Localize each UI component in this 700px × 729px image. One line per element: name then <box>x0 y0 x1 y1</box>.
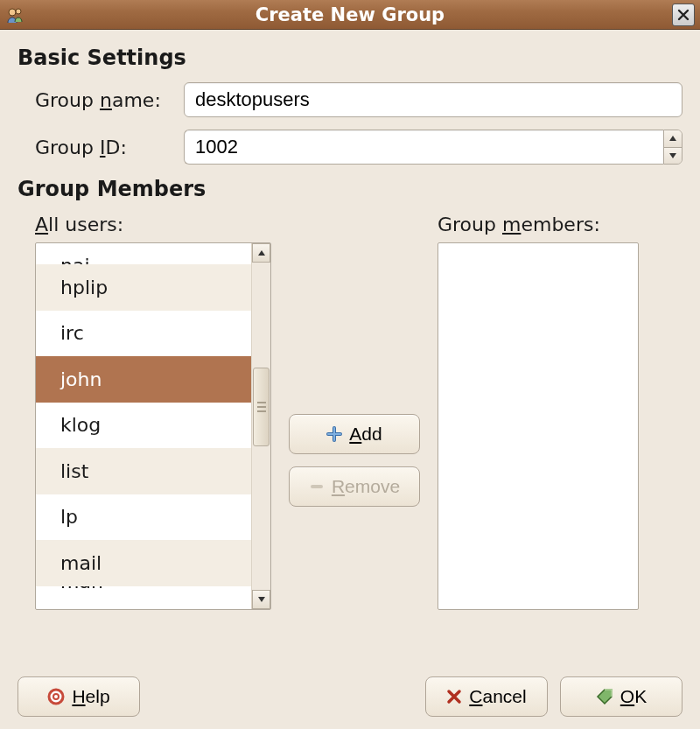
ok-icon <box>596 688 613 705</box>
list-item-label: mail <box>60 552 102 574</box>
triangle-up-icon <box>258 250 265 256</box>
list-item[interactable]: irc <box>36 311 251 357</box>
all-users-scrollbar <box>251 243 270 609</box>
svg-point-1 <box>16 9 21 14</box>
row-group-name: Group name: <box>35 82 682 117</box>
label-group-name: Group name: <box>35 89 184 111</box>
window-title: Create New Group <box>0 4 700 25</box>
cancel-button[interactable]: Cancel <box>425 676 548 717</box>
label-group-members: Group members: <box>438 214 639 235</box>
list-item[interactable]: hplip <box>36 264 251 311</box>
svg-point-0 <box>9 9 16 16</box>
scroll-up-button[interactable] <box>252 243 270 263</box>
list-item[interactable]: mail <box>36 540 251 586</box>
triangle-up-icon <box>669 136 676 141</box>
minus-icon <box>309 479 325 494</box>
group-id-down-button[interactable] <box>664 148 682 165</box>
plus-icon <box>326 426 342 442</box>
list-item-label: lp <box>60 506 78 528</box>
app-users-icon <box>5 5 24 25</box>
list-item-label: klog <box>60 414 101 436</box>
list-item-label: irc <box>60 322 84 344</box>
label-group-id: Group ID: <box>35 137 184 158</box>
group-name-input[interactable] <box>184 82 682 117</box>
help-button[interactable]: Help <box>18 676 140 717</box>
list-item-label: list <box>60 460 88 482</box>
cancel-icon <box>446 689 462 704</box>
group-id-input[interactable] <box>184 130 663 165</box>
scroll-track[interactable] <box>252 263 270 590</box>
group-id-up-button[interactable] <box>664 130 682 148</box>
triangle-down-icon <box>669 153 676 158</box>
help-icon <box>47 688 65 705</box>
add-button[interactable]: Add <box>289 414 420 454</box>
basic-settings-heading: Basic Settings <box>18 46 682 70</box>
list-item[interactable]: john <box>36 356 251 403</box>
list-item[interactable]: klog <box>36 403 251 449</box>
scroll-down-button[interactable] <box>252 590 270 609</box>
window-titlebar: Create New Group <box>0 0 700 30</box>
scroll-thumb[interactable] <box>253 368 270 446</box>
group-members-listbox[interactable] <box>438 242 639 610</box>
list-item-label: hplip <box>60 277 108 298</box>
all-users-listbox[interactable]: naihplipircjohnkloglistlpmailman <box>35 242 271 610</box>
group-id-spinner <box>663 130 682 165</box>
close-icon <box>677 9 690 21</box>
svg-rect-2 <box>311 485 323 488</box>
group-members-heading: Group Members <box>18 177 682 201</box>
close-button[interactable] <box>672 4 695 26</box>
list-item-label: nai <box>60 255 90 264</box>
svg-point-4 <box>53 694 59 699</box>
triangle-down-icon <box>258 597 265 602</box>
label-all-users: All users: <box>35 214 271 235</box>
list-item-label: man <box>60 586 103 592</box>
list-item[interactable]: lp <box>36 494 251 541</box>
list-item-label: john <box>60 368 102 390</box>
list-item[interactable]: man <box>36 586 251 610</box>
ok-button[interactable]: OK <box>560 676 682 717</box>
remove-button[interactable]: Remove <box>289 466 420 507</box>
list-item[interactable]: nai <box>36 243 251 264</box>
row-group-id: Group ID: <box>35 130 682 165</box>
list-item[interactable]: list <box>36 448 251 494</box>
